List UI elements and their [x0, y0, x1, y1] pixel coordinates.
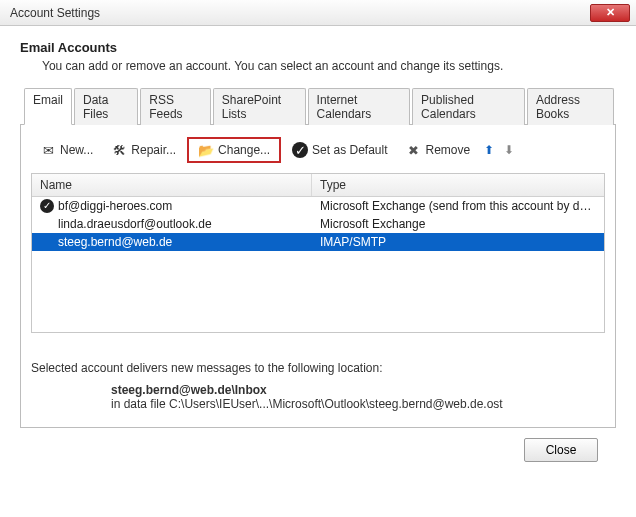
account-name: bf@diggi-heroes.com	[58, 199, 172, 213]
remove-label: Remove	[425, 143, 470, 157]
delivery-info: Selected account delivers new messages t…	[31, 361, 605, 411]
default-account-icon: ✓	[40, 199, 54, 213]
new-button[interactable]: ✉ New...	[33, 139, 100, 161]
page-description: You can add or remove an account. You ca…	[42, 59, 616, 73]
new-icon: ✉	[40, 142, 56, 158]
window-close-button[interactable]: ✕	[590, 4, 630, 22]
account-name: steeg.bernd@web.de	[58, 235, 172, 249]
list-header: Name Type	[32, 174, 604, 197]
change-button[interactable]: 📂 Change...	[191, 139, 277, 161]
delivery-datafile: in data file C:\Users\IEUser\...\Microso…	[111, 397, 605, 411]
tab-published-calendars[interactable]: Published Calendars	[412, 88, 525, 125]
tab-rss-feeds[interactable]: RSS Feeds	[140, 88, 211, 125]
remove-icon: ✖	[405, 142, 421, 158]
titlebar: Account Settings ✕	[0, 0, 636, 26]
tab-data-files[interactable]: Data Files	[74, 88, 138, 125]
tab-sharepoint-lists[interactable]: SharePoint Lists	[213, 88, 306, 125]
repair-icon: 🛠	[111, 142, 127, 158]
account-type-cell: IMAP/SMTP	[312, 235, 604, 249]
move-down-button[interactable]: ⬇	[501, 142, 517, 158]
account-type-cell: Microsoft Exchange (send from this accou…	[312, 199, 604, 213]
account-name: linda.draeusdorf@outlook.de	[58, 217, 212, 231]
accounts-list: Name Type ✓bf@diggi-heroes.comMicrosoft …	[31, 173, 605, 333]
toolbar: ✉ New... 🛠 Repair... 📂 Change... ✓ Set a…	[31, 135, 605, 173]
new-label: New...	[60, 143, 93, 157]
account-type-cell: Microsoft Exchange	[312, 217, 604, 231]
account-row[interactable]: ✓bf@diggi-heroes.comMicrosoft Exchange (…	[32, 197, 604, 215]
move-up-button[interactable]: ⬆	[481, 142, 497, 158]
close-button[interactable]: Close	[524, 438, 598, 462]
arrow-down-icon: ⬇	[504, 143, 514, 157]
arrow-up-icon: ⬆	[484, 143, 494, 157]
account-name-cell: linda.draeusdorf@outlook.de	[32, 217, 312, 231]
column-header-name[interactable]: Name	[32, 174, 312, 196]
remove-button[interactable]: ✖ Remove	[398, 139, 477, 161]
account-row[interactable]: steeg.bernd@web.deIMAP/SMTP	[32, 233, 604, 251]
page-title: Email Accounts	[20, 40, 616, 55]
delivery-intro: Selected account delivers new messages t…	[31, 361, 605, 375]
window-title: Account Settings	[10, 6, 100, 20]
dialog-footer: Close	[20, 428, 616, 462]
change-label: Change...	[218, 143, 270, 157]
change-icon: 📂	[198, 142, 214, 158]
account-name-cell: ✓bf@diggi-heroes.com	[32, 199, 312, 213]
tab-strip: EmailData FilesRSS FeedsSharePoint Lists…	[20, 87, 616, 125]
tab-address-books[interactable]: Address Books	[527, 88, 614, 125]
repair-button[interactable]: 🛠 Repair...	[104, 139, 183, 161]
column-header-type[interactable]: Type	[312, 174, 604, 196]
set-default-label: Set as Default	[312, 143, 387, 157]
repair-label: Repair...	[131, 143, 176, 157]
tab-panel-email: ✉ New... 🛠 Repair... 📂 Change... ✓ Set a…	[20, 125, 616, 428]
tab-internet-calendars[interactable]: Internet Calendars	[308, 88, 411, 125]
check-circle-icon: ✓	[292, 142, 308, 158]
delivery-target: steeg.bernd@web.de\Inbox	[111, 383, 605, 397]
change-highlight: 📂 Change...	[187, 137, 281, 163]
tab-email[interactable]: Email	[24, 88, 72, 125]
set-default-button[interactable]: ✓ Set as Default	[285, 139, 394, 161]
account-row[interactable]: linda.draeusdorf@outlook.deMicrosoft Exc…	[32, 215, 604, 233]
close-icon: ✕	[606, 7, 615, 18]
account-name-cell: steeg.bernd@web.de	[32, 235, 312, 249]
